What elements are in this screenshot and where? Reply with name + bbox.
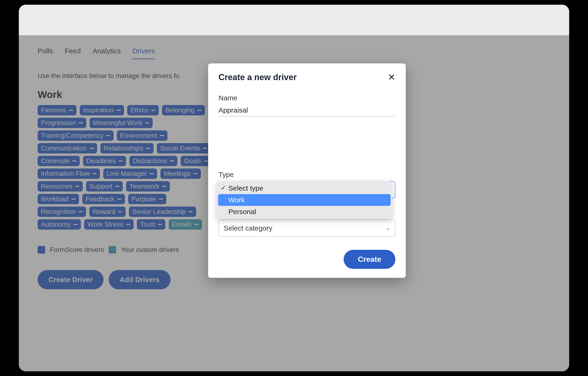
type-option-personal[interactable]: Personal	[218, 206, 391, 218]
type-label: Type	[218, 171, 395, 179]
chevron-down-icon: ⌄	[386, 225, 390, 231]
create-driver-modal: Create a new driver ✕ Name Type Select t…	[208, 63, 406, 278]
modal-header: Create a new driver ✕	[218, 72, 395, 82]
modal-title: Create a new driver	[218, 72, 297, 82]
type-option-select-type[interactable]: Select type	[218, 182, 391, 194]
app-content: PollsFeedAnalyticsDrivers Use the interf…	[19, 35, 569, 371]
close-icon[interactable]: ✕	[388, 73, 395, 82]
modal-footer: Create	[218, 250, 395, 269]
name-input[interactable]	[218, 104, 395, 116]
type-dropdown: Select typeWorkPersonal	[217, 181, 392, 219]
browser-header	[19, 5, 569, 35]
name-label: Name	[218, 94, 395, 102]
category-select-value: Select category	[224, 224, 272, 232]
create-button[interactable]: Create	[344, 250, 395, 269]
category-select[interactable]: Select category ⌄	[218, 219, 395, 237]
type-option-work[interactable]: Work	[218, 194, 391, 206]
browser-frame: PollsFeedAnalyticsDrivers Use the interf…	[19, 5, 569, 371]
